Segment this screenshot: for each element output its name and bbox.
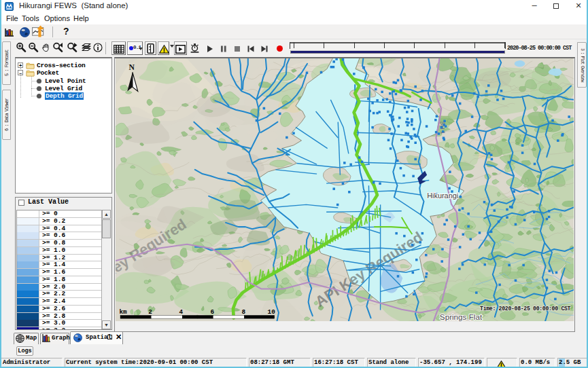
svg-text:km: km <box>119 308 127 316</box>
svg-text:4: 4 <box>179 308 184 316</box>
svg-text:Time: 2020-08-25 00:00:00 CST: Time: 2020-08-25 00:00:00 CST <box>480 306 570 312</box>
svg-text:6: 6 <box>210 308 214 316</box>
svg-text:Hikurangi: Hikurangi <box>427 191 458 200</box>
svg-text:Springs Flat: Springs Flat <box>440 312 483 321</box>
svg-text:10: 10 <box>268 308 276 316</box>
svg-text:2: 2 <box>148 308 152 316</box>
svg-text:N: N <box>128 63 135 72</box>
svg-text:SH 1: SH 1 <box>439 121 447 134</box>
svg-text:8: 8 <box>241 308 245 316</box>
